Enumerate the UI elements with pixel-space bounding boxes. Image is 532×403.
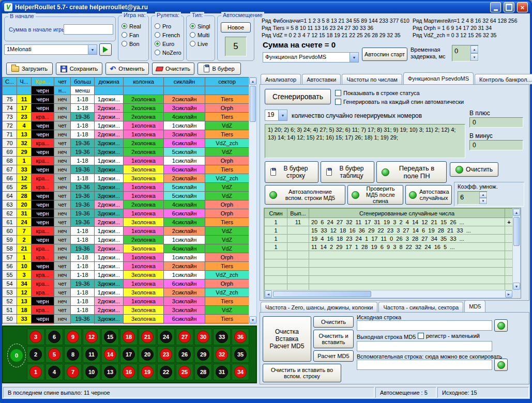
board-cell[interactable]: 25 [176, 364, 193, 380]
board-cell[interactable]: 6 [45, 329, 63, 345]
auto-generate-checkbox[interactable]: Генерировать на каждый спин автоматическ… [335, 99, 464, 105]
delay-spinner[interactable]: 0 ▲ ▼ [452, 45, 479, 61]
autobet-button[interactable]: Автоставка случайных [405, 185, 452, 205]
clear-generated-button[interactable]: Очистить [450, 162, 498, 177]
board-number-32[interactable]: 32 [216, 348, 228, 361]
undo-button[interactable]: ↶ Отменить [105, 63, 149, 75]
board-cell[interactable]: 13 [101, 364, 119, 380]
scroll-up-icon[interactable]: ▲ [249, 78, 256, 85]
board-cell[interactable]: 4 [45, 364, 63, 380]
board-cell[interactable]: 29 [194, 346, 212, 363]
history-row[interactable]: 592чернчет1-181дюжи...2колонка1сиклайнVd… [3, 236, 249, 244]
output-string-input[interactable] [357, 341, 492, 351]
board-cell[interactable]: 10 [83, 364, 100, 380]
board-cell[interactable]: 1 [27, 364, 44, 380]
gen-horizontal-scrollbar[interactable]: ◄ ► [264, 290, 513, 298]
scroll-up-icon[interactable]: ▲ [513, 209, 520, 216]
board-number-11[interactable]: 11 [85, 348, 98, 361]
tab-3[interactable]: Частоты по числам [342, 74, 402, 84]
board-cell[interactable]: 23 [157, 346, 175, 363]
autofill-md5-button[interactable]: Автозаполнение вспом. строки МД5 [265, 185, 345, 205]
board-number-15[interactable]: 15 [104, 331, 116, 343]
tab-4[interactable]: Функционал PsevdoMS [403, 72, 474, 84]
board-cell[interactable]: 12 [83, 329, 100, 345]
title-bar[interactable]: V HelperRoullet 5.7- create helperroulle… [2, 2, 530, 13]
board-cell[interactable]: 9 [64, 329, 82, 345]
scroll-thumb[interactable] [513, 217, 520, 246]
history-row[interactable]: 5821кра...неч19-362дюжи...3колонка4сикла… [3, 244, 249, 253]
radio-option-Live[interactable]: Live [187, 39, 215, 48]
radio-icon[interactable] [121, 41, 127, 47]
board-cell[interactable]: 32 [213, 346, 231, 363]
board-number-29[interactable]: 29 [197, 348, 209, 361]
save-button[interactable]: Сохранить [56, 63, 102, 75]
radio-icon[interactable] [155, 23, 160, 29]
history-row[interactable]: 553кра...неч1-181дюжи...3колонка1сиклайн… [3, 271, 249, 280]
md5-calc-button[interactable]: Расчет MD5 [313, 350, 354, 362]
board-number-18[interactable]: 18 [123, 331, 135, 343]
spin-up-icon[interactable]: ▲ [470, 45, 478, 53]
board-cell[interactable]: 26 [176, 346, 193, 363]
radio-option-French[interactable]: French [151, 30, 184, 39]
checkbox-unchecked-icon[interactable] [418, 333, 424, 339]
history-row[interactable]: 6612кра...чет1-181дюжи...3колонка2сиклай… [3, 174, 249, 183]
maximize-button[interactable] [504, 2, 514, 12]
tab-3[interactable]: MD5 [464, 300, 485, 312]
generated-numbers-textarea[interactable]: 1) 20; 2) 6; 3) 24; 4) 27; 5) 32; 6) 11;… [265, 124, 465, 158]
radio-selected-icon[interactable] [121, 23, 127, 29]
board-cell[interactable]: 15 [101, 329, 119, 345]
checkbox-unchecked-icon[interactable] [335, 90, 341, 96]
radio-option-Pro[interactable]: Pro [151, 22, 184, 30]
md5-big-button[interactable]: Очистка Вставка Расчет MD5 [263, 316, 311, 362]
history-row[interactable]: 5312кра...чет1-181дюжи...3колонка2сиклай… [3, 288, 249, 297]
board-cell[interactable]: 11 [83, 346, 100, 363]
history-row[interactable]: 5610чернчет1-181дюжи...1колонка2сиклайнT… [3, 262, 249, 271]
generate-button[interactable]: Сгенерировать [265, 89, 331, 104]
radio-icon[interactable] [190, 32, 195, 38]
board-cell[interactable]: 14 [101, 346, 119, 363]
board-cell[interactable]: 5 [45, 346, 63, 363]
board-number-8[interactable]: 8 [67, 348, 79, 361]
board-cell[interactable]: 16 [120, 364, 138, 380]
start-sum-input[interactable] [64, 24, 113, 35]
board-number-14[interactable]: 14 [104, 348, 116, 361]
board-cell[interactable]: 33 [213, 329, 231, 345]
history-row[interactable]: 571кра...неч1-181дюжи...1колонка1сиклайн… [3, 253, 249, 262]
tab-1[interactable]: Частота - Zero, шансы, дюжины, колонки [261, 302, 377, 312]
history-scrollbar[interactable]: ▲ ▼ [249, 77, 257, 324]
radio-icon[interactable] [121, 32, 127, 38]
board-cell[interactable]: 27 [176, 329, 193, 345]
new-button[interactable]: Новое [221, 22, 251, 33]
radio-option-Multi[interactable]: Multi [187, 30, 215, 39]
spin-down-icon[interactable]: ▼ [470, 53, 478, 61]
board-number-22[interactable]: 22 [160, 366, 172, 378]
board-number-3[interactable]: 3 [29, 331, 42, 343]
radio-option-Euro[interactable]: Euro [151, 39, 184, 48]
board-cell[interactable]: 36 [232, 329, 249, 345]
function-combobox[interactable]: Функционал PsevdoMS ▼ [263, 52, 359, 63]
check-md5-button[interactable]: Проверить МД5 после спина [347, 185, 403, 205]
board-number-6[interactable]: 6 [48, 331, 60, 343]
board-number-25[interactable]: 25 [178, 366, 191, 378]
chevron-down-icon[interactable]: ▼ [278, 110, 287, 120]
board-number-23[interactable]: 23 [160, 348, 172, 361]
history-row[interactable]: 4916кра...чет1-182дюжи...1колонка3сиклай… [3, 323, 249, 324]
radio-option-Bon[interactable]: Bon [118, 39, 148, 48]
board-number-5[interactable]: 5 [48, 348, 60, 361]
board-number-0[interactable]: 0 [10, 349, 23, 362]
board-number-20[interactable]: 20 [141, 348, 154, 361]
tab-1[interactable]: Анализатор [261, 74, 301, 84]
buffer-line-button[interactable]: В буфер строку [265, 161, 318, 183]
spin-history-table[interactable]: С...Ч...Кра...четбольшдюжинаколонкасикла… [2, 77, 257, 324]
transfer-button[interactable]: Передать в поле ПН [376, 161, 447, 183]
source-string-input[interactable] [357, 320, 492, 331]
radio-option-NoZero[interactable]: NoZero [151, 48, 184, 57]
clear-button[interactable]: Очистить [152, 63, 194, 75]
chevron-down-icon[interactable]: ▼ [88, 45, 97, 54]
board-number-35[interactable]: 35 [234, 348, 247, 361]
generated-numbers-table[interactable]: Спин Вып... Сгенерированные случайные чи… [264, 208, 521, 299]
scroll-thumb[interactable] [273, 291, 371, 297]
scroll-thumb[interactable] [250, 86, 256, 122]
to-buffer-button[interactable]: В буфер [197, 63, 241, 75]
board-number-4[interactable]: 4 [48, 366, 60, 378]
